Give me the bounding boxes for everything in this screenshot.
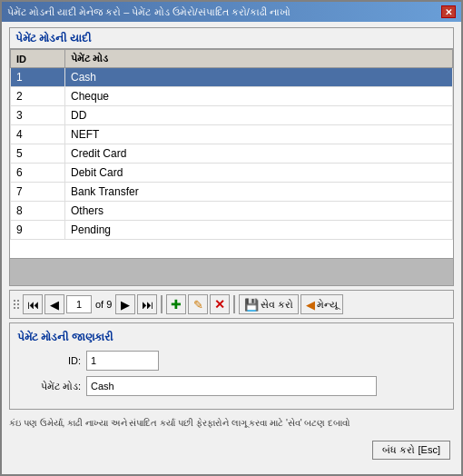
save-label: સેવ કરો	[261, 299, 293, 311]
mode-input[interactable]	[86, 376, 377, 396]
table-row[interactable]: 9Pending	[11, 221, 453, 240]
table-row[interactable]: 1Cash	[11, 68, 453, 87]
save-button[interactable]: 💾 સેવ કરો	[239, 294, 299, 314]
title-text: પેમેંટ મોડની યાદી મેનેજ કરો – પેમેંટ મોડ…	[7, 6, 291, 18]
mode-row: પેમેંટ મોડ:	[17, 376, 446, 396]
table-row[interactable]: 3DD	[11, 106, 453, 125]
table-container[interactable]: ID પેમેંટ મોડ 1Cash2Cheque3DD4NEFT5Credi…	[10, 49, 453, 258]
table-section-header: પેમેંટ મોડની યાદી	[15, 32, 91, 45]
cell-mode: Debit Card	[65, 164, 453, 183]
table-section: પેમેંટ મોડની યાદી ID પેમેંટ મોડ 1Cash2Ch…	[9, 27, 454, 286]
mode-label: પેમેંટ મોડ:	[17, 381, 81, 392]
menu-icon: ◀	[306, 298, 315, 312]
col-mode: પેમેંટ મોડ	[65, 50, 453, 68]
first-page-button[interactable]: ⏮	[23, 294, 43, 314]
cell-id: 1	[11, 68, 65, 87]
cell-mode: DD	[65, 106, 453, 125]
cell-mode: Cash	[65, 68, 453, 87]
cell-mode: NEFT	[65, 125, 453, 144]
gray-filler	[10, 258, 453, 285]
toolbar: ⏮ ◀ of 9 ▶ ⏭ ✚ ✎ ✕ 💾 સેવ કરો ◀ મેન્યૂ	[9, 290, 454, 319]
delete-button[interactable]: ✕	[210, 294, 230, 314]
cell-id: 6	[11, 164, 65, 183]
cell-mode: Pending	[65, 221, 453, 240]
of-label: of 9	[95, 299, 112, 310]
cell-mode: Cheque	[65, 87, 453, 106]
cell-mode: Credit Card	[65, 144, 453, 164]
col-id: ID	[11, 50, 65, 68]
info-section: પેમેંટ મોડની જાણકારી ID: પેમેંટ મોડ:	[9, 322, 454, 410]
table-row[interactable]: 4NEFT	[11, 125, 453, 144]
drag-handle	[14, 300, 19, 309]
add-button[interactable]: ✚	[166, 294, 186, 314]
table-row[interactable]: 6Debit Card	[11, 164, 453, 183]
table-row[interactable]: 5Credit Card	[11, 144, 453, 164]
separator-2	[233, 295, 235, 313]
cell-mode: Others	[65, 202, 453, 221]
cell-id: 4	[11, 125, 65, 144]
cell-id: 5	[11, 144, 65, 164]
table-row[interactable]: 2Cheque	[11, 87, 453, 106]
menu-button[interactable]: ◀ મેન્યૂ	[300, 294, 343, 314]
close-button[interactable]: બંધ કરો [Esc]	[372, 441, 450, 460]
separator-1	[161, 295, 163, 313]
next-page-button[interactable]: ▶	[115, 294, 135, 314]
prev-page-button[interactable]: ◀	[44, 294, 64, 314]
cell-id: 8	[11, 202, 65, 221]
cell-id: 3	[11, 106, 65, 125]
menu-label: મેન્યૂ	[317, 299, 338, 311]
content-area: પેમેંટ મોડની યાદી ID પેમેંટ મોડ 1Cash2Ch…	[2, 22, 461, 474]
id-row: ID:	[17, 351, 446, 371]
page-number-input[interactable]	[66, 295, 92, 313]
window-close-button[interactable]: ✕	[441, 5, 456, 18]
title-bar: પેમેંટ મોડની યાદી મેનેજ કરો – પેમેંટ મોડ…	[2, 2, 461, 22]
payment-modes-table: ID પેમેંટ મોડ 1Cash2Cheque3DD4NEFT5Credi…	[10, 49, 453, 240]
table-body: 1Cash2Cheque3DD4NEFT5Credit Card6Debit C…	[11, 68, 453, 240]
id-input[interactable]	[86, 351, 159, 371]
cell-id: 9	[11, 221, 65, 240]
table-header-row: ID પેમેંટ મોડ	[11, 50, 453, 68]
table-row[interactable]: 8Others	[11, 202, 453, 221]
bottom-bar: બંધ કરો [Esc]	[9, 437, 454, 461]
info-section-header: પેમેંટ મોડની જાણકારી	[17, 331, 446, 343]
save-icon: 💾	[244, 298, 259, 312]
cell-id: 2	[11, 87, 65, 106]
cell-mode: Bank Transfer	[65, 183, 453, 202]
last-page-button[interactable]: ⏭	[137, 294, 157, 314]
edit-button[interactable]: ✎	[188, 294, 208, 314]
main-window: પેમેંટ મોડની યાદી મેનેજ કરો – પેમેંટ મોડ…	[0, 0, 463, 476]
id-label: ID:	[17, 355, 81, 366]
cell-id: 7	[11, 183, 65, 202]
table-row[interactable]: 7Bank Transfer	[11, 183, 453, 202]
bottom-note: કંઇ પણ ઉમેર્યા, કાઢી નાખ્યા અને સંપાદિત …	[9, 413, 454, 433]
